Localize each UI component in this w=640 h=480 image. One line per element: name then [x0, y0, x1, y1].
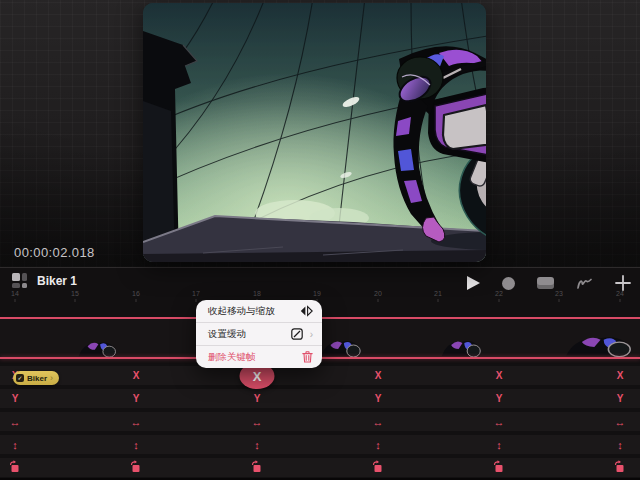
ruler-tick: 16	[132, 290, 140, 297]
canvas-artwork[interactable]	[143, 3, 486, 262]
ruler-tickmark	[136, 299, 137, 302]
keyframe-marker-position-y[interactable]: Y	[375, 389, 382, 408]
ruler-tickmark	[438, 299, 439, 302]
ruler-tick: 22	[495, 290, 503, 297]
ruler-tick: 19	[313, 290, 321, 297]
keyframe-rows: XXXXXXYYYYYY↔↔↔↔↔↔↕↕↕↕↕↕	[0, 364, 640, 480]
ruler-tickmark	[499, 299, 500, 302]
property-row-rotation	[0, 458, 640, 477]
ruler-tickmark	[559, 299, 560, 302]
keyframe-marker-scale-vertical[interactable]: ↕	[133, 435, 139, 454]
keyframe-marker-scale-vertical[interactable]: ↕	[617, 435, 623, 454]
keyframe-marker-rotation[interactable]	[374, 458, 383, 477]
keyframe-marker-position-y[interactable]: Y	[12, 389, 19, 408]
frame-thumbnail[interactable]	[438, 335, 485, 359]
collapse-transform-icon	[300, 305, 313, 317]
keyframe-marker-position-y[interactable]: Y	[254, 389, 261, 408]
ruler-tick: 18	[253, 290, 261, 297]
keyframe-marker-scale-horizontal[interactable]: ↔	[615, 412, 626, 431]
keyframe-marker-scale-horizontal[interactable]: ↔	[494, 412, 505, 431]
keyframe-marker-position-x[interactable]: X	[496, 366, 503, 385]
draw-icon	[576, 276, 593, 291]
menu-item-label: 删除关键帧	[208, 351, 296, 364]
add-icon	[615, 275, 631, 291]
rotate-keyframe-icon	[253, 463, 262, 472]
keyframe-marker-scale-horizontal[interactable]: ↔	[10, 412, 21, 431]
keyframe-marker-rotation[interactable]	[11, 458, 20, 477]
ruler-tick: 23	[555, 290, 563, 297]
easing-curve-icon	[291, 328, 303, 340]
frame-thumbnail[interactable]	[560, 330, 638, 359]
rotate-keyframe-icon	[616, 463, 625, 472]
biker-illustration	[143, 3, 486, 262]
keyframe-marker-scale-vertical[interactable]: ↕	[12, 435, 18, 454]
frame-thumbnail[interactable]	[75, 337, 120, 359]
keyframe-marker-position-y[interactable]: Y	[133, 389, 140, 408]
menu-item[interactable]: 删除关键帧	[196, 345, 322, 368]
keyframe-context-menu: 收起移动与缩放设置缓动›删除关键帧	[196, 300, 322, 368]
stage-backdrop-icon	[537, 277, 554, 289]
property-row-position-y: YYYYYY	[0, 389, 640, 408]
stage-background: 00:00:02.018	[0, 0, 640, 267]
ruler-tickmark	[378, 299, 379, 302]
ruler-tickmark	[15, 299, 16, 302]
play-icon	[467, 276, 480, 290]
record-icon	[502, 277, 515, 290]
menu-item-label: 收起移动与缩放	[208, 305, 294, 318]
keyframe-marker-scale-vertical[interactable]: ↕	[375, 435, 381, 454]
ruler-tick: 21	[434, 290, 442, 297]
ruler-tickmark	[196, 299, 197, 302]
playhead-timestamp: 00:00:02.018	[14, 245, 95, 260]
keyframe-marker-rotation[interactable]	[253, 458, 262, 477]
menu-item-label: 设置缓动	[208, 328, 285, 341]
timeline-ruler[interactable]: 1415161718192021222324	[0, 290, 640, 302]
rotate-keyframe-icon	[132, 463, 141, 472]
ruler-tick: 20	[374, 290, 382, 297]
keyframe-marker-scale-vertical[interactable]: ↕	[254, 435, 260, 454]
keyframe-marker-rotation[interactable]	[495, 458, 504, 477]
property-row-scale-vertical: ↕↕↕↕↕↕	[0, 435, 640, 454]
keyframe-marker-position-x[interactable]: X	[617, 366, 624, 385]
keyframe-marker-rotation[interactable]	[132, 458, 141, 477]
property-row-position-x: XXXXXX	[0, 366, 640, 385]
chevron-right-icon: ›	[310, 329, 313, 340]
content-grid-icon[interactable]	[12, 273, 27, 288]
biker-clip-pill[interactable]: ✓ Biker ›	[13, 371, 59, 385]
keyframe-marker-position-x[interactable]: X	[375, 366, 382, 385]
keyframe-marker-position-y[interactable]: Y	[617, 389, 624, 408]
ruler-tickmark	[75, 299, 76, 302]
clip-label: Biker	[27, 374, 47, 383]
rotate-keyframe-icon	[11, 463, 20, 472]
ruler-tick: 24	[616, 290, 624, 297]
timeline-panel: Biker 1 1415161718192021222324 ✓	[0, 267, 640, 480]
ruler-tick: 14	[11, 290, 19, 297]
keyframe-marker-scale-horizontal[interactable]: ↔	[373, 412, 384, 431]
keyframe-marker-position-x[interactable]: X	[133, 366, 140, 385]
menu-item[interactable]: 收起移动与缩放	[196, 300, 322, 322]
app-root: 00:00:02.018 Biker 1	[0, 0, 640, 480]
keyframe-marker-scale-horizontal[interactable]: ↔	[131, 412, 142, 431]
keyframe-marker-scale-horizontal[interactable]: ↔	[252, 412, 263, 431]
trash-icon	[302, 351, 313, 363]
frame-thumbnail[interactable]	[317, 335, 365, 359]
chevron-right-icon: ›	[50, 374, 53, 382]
keyframe-marker-position-y[interactable]: Y	[496, 389, 503, 408]
rotate-keyframe-icon	[495, 463, 504, 472]
keyframe-marker-rotation[interactable]	[616, 458, 625, 477]
rotate-keyframe-icon	[374, 463, 383, 472]
property-row-scale-horizontal: ↔↔↔↔↔↔	[0, 412, 640, 431]
checkbox-icon: ✓	[16, 374, 24, 382]
ruler-tickmark	[620, 299, 621, 302]
menu-item[interactable]: 设置缓动›	[196, 322, 322, 345]
ruler-tick: 17	[192, 290, 200, 297]
ruler-tick: 15	[71, 290, 79, 297]
keyframe-marker-scale-vertical[interactable]: ↕	[496, 435, 502, 454]
track-title: Biker 1	[37, 274, 77, 288]
